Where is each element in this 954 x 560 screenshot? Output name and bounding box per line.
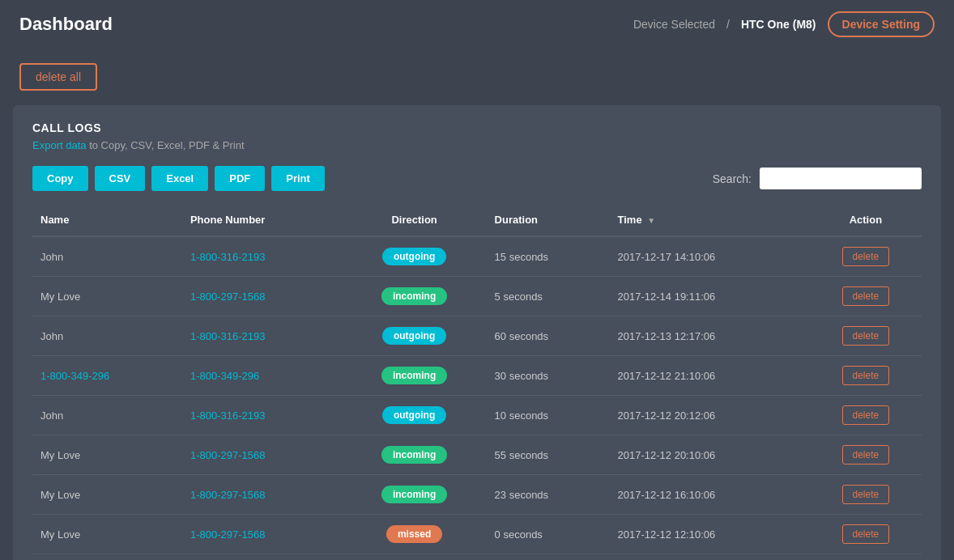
- direction-badge: incoming: [381, 367, 447, 384]
- cell-phone: 1-800-297-1568: [182, 277, 343, 316]
- header-right: Device Selected / HTC One (M8) Device Se…: [633, 11, 935, 37]
- table-row: John1-800-316-2193outgoing15 seconds2017…: [32, 236, 922, 277]
- cell-phone: 1-800-316-2193: [182, 316, 343, 356]
- export-text-prefix: Export data: [32, 139, 87, 151]
- cell-name: My Love: [32, 475, 182, 515]
- cell-phone: 1-800-297-1568: [182, 475, 343, 515]
- col-time[interactable]: Time ▼: [610, 204, 810, 236]
- direction-badge: incoming: [381, 486, 447, 503]
- delete-row-button[interactable]: delete: [842, 286, 890, 306]
- cell-phone: 1-800-297-1568: [182, 435, 343, 475]
- cell-name: John: [32, 396, 182, 435]
- cell-name: 1-800-349-296: [32, 356, 182, 396]
- cell-action: delete: [810, 277, 922, 316]
- print-button[interactable]: Print: [271, 166, 325, 191]
- section-title: CALL LOGS: [32, 121, 922, 134]
- phone-link[interactable]: 1-800-316-2193: [190, 251, 266, 263]
- delete-row-button[interactable]: delete: [842, 445, 890, 465]
- cell-duration: 30 seconds: [487, 356, 610, 396]
- cell-action: delete: [810, 316, 922, 356]
- cell-phone: 1-800-316-2193: [182, 396, 343, 435]
- cell-action: delete: [810, 396, 922, 435]
- phone-link[interactable]: 1-800-297-1568: [190, 291, 266, 303]
- call-logs-table: Name Phone Number Direction Duration Tim…: [32, 204, 922, 554]
- cell-direction: outgoing: [343, 236, 487, 277]
- table-row: John1-800-316-2193outgoing10 seconds2017…: [32, 396, 922, 435]
- cell-name: My Love: [32, 435, 182, 475]
- delete-all-button[interactable]: delete all: [19, 63, 97, 91]
- delete-row-button[interactable]: delete: [842, 485, 890, 504]
- cell-time: 2017-12-12 12:10:06: [610, 515, 810, 554]
- cell-phone: 1-800-349-296: [182, 356, 343, 396]
- cell-action: delete: [810, 435, 922, 475]
- cell-duration: 0 seconds: [487, 515, 610, 554]
- table-row: My Love1-800-297-1568missed0 seconds2017…: [32, 515, 922, 554]
- device-selected-label: Device Selected: [633, 18, 715, 31]
- search-container: Search:: [713, 168, 922, 189]
- phone-link[interactable]: 1-800-316-2193: [190, 409, 266, 422]
- device-name: HTC One (M8): [741, 18, 816, 31]
- table-row: My Love1-800-297-1568incoming23 seconds2…: [32, 475, 922, 515]
- table-body: John1-800-316-2193outgoing15 seconds2017…: [32, 236, 922, 554]
- cell-direction: incoming: [343, 475, 487, 515]
- separator: /: [726, 18, 730, 31]
- cell-direction: outgoing: [343, 396, 487, 435]
- delete-row-button[interactable]: delete: [842, 326, 890, 346]
- search-label: Search:: [713, 172, 752, 185]
- cell-name: My Love: [32, 515, 182, 554]
- phone-link[interactable]: 1-800-316-2193: [190, 330, 266, 342]
- cell-time: 2017-12-12 21:10:06: [610, 356, 810, 396]
- cell-phone: 1-800-297-1568: [182, 515, 343, 554]
- export-buttons: Copy CSV Excel PDF Print: [32, 166, 325, 191]
- excel-button[interactable]: Excel: [151, 166, 208, 191]
- cell-direction: missed: [343, 515, 487, 554]
- cell-name: John: [32, 316, 182, 356]
- phone-link[interactable]: 1-800-349-296: [190, 370, 259, 382]
- col-phone: Phone Number: [182, 204, 343, 236]
- cell-time: 2017-12-12 16:10:06: [610, 475, 810, 515]
- delete-row-button[interactable]: delete: [842, 405, 890, 425]
- search-input[interactable]: [760, 168, 922, 189]
- cell-direction: incoming: [343, 435, 487, 475]
- cell-action: delete: [810, 475, 922, 515]
- direction-badge: outgoing: [382, 248, 446, 265]
- cell-time: 2017-12-12 20:12:06: [610, 396, 810, 435]
- toolbar: Copy CSV Excel PDF Print Search:: [32, 166, 922, 191]
- delete-row-button[interactable]: delete: [842, 366, 890, 385]
- cell-duration: 60 seconds: [487, 316, 610, 356]
- direction-badge: outgoing: [382, 327, 446, 345]
- cell-direction: incoming: [343, 356, 487, 396]
- name-link[interactable]: 1-800-349-296: [40, 370, 109, 382]
- table-row: John1-800-316-2193outgoing60 seconds2017…: [32, 316, 922, 356]
- table-header-row: Name Phone Number Direction Duration Tim…: [32, 204, 922, 236]
- pdf-button[interactable]: PDF: [215, 166, 265, 191]
- col-name: Name: [32, 204, 182, 236]
- delete-row-button[interactable]: delete: [842, 247, 890, 266]
- direction-badge: missed: [386, 525, 442, 543]
- export-description: Export data to Copy, CSV, Excel, PDF & P…: [32, 139, 922, 151]
- direction-badge: incoming: [381, 446, 447, 464]
- phone-link[interactable]: 1-800-297-1568: [190, 528, 266, 541]
- cell-time: 2017-12-12 20:10:06: [610, 435, 810, 475]
- cell-duration: 10 seconds: [487, 396, 610, 435]
- copy-button[interactable]: Copy: [32, 166, 88, 191]
- page-title: Dashboard: [19, 14, 113, 35]
- phone-link[interactable]: 1-800-297-1568: [190, 449, 266, 461]
- device-setting-button[interactable]: Device Setting: [828, 11, 935, 37]
- sort-arrow-icon: ▼: [647, 216, 655, 225]
- cell-time: 2017-12-17 14:10:06: [610, 236, 810, 277]
- cell-action: delete: [810, 515, 922, 554]
- cell-name: John: [32, 236, 182, 277]
- direction-badge: incoming: [381, 287, 447, 305]
- phone-link[interactable]: 1-800-297-1568: [190, 489, 266, 501]
- top-bar: delete all: [0, 49, 954, 105]
- cell-direction: outgoing: [343, 316, 487, 356]
- delete-row-button[interactable]: delete: [842, 524, 890, 544]
- col-direction: Direction: [343, 204, 487, 236]
- cell-name: My Love: [32, 277, 182, 316]
- csv-button[interactable]: CSV: [95, 166, 146, 191]
- table-row: My Love1-800-297-1568incoming55 seconds2…: [32, 435, 922, 475]
- cell-phone: 1-800-316-2193: [182, 236, 343, 277]
- cell-direction: incoming: [343, 277, 487, 316]
- cell-time: 2017-12-13 12:17:06: [610, 316, 810, 356]
